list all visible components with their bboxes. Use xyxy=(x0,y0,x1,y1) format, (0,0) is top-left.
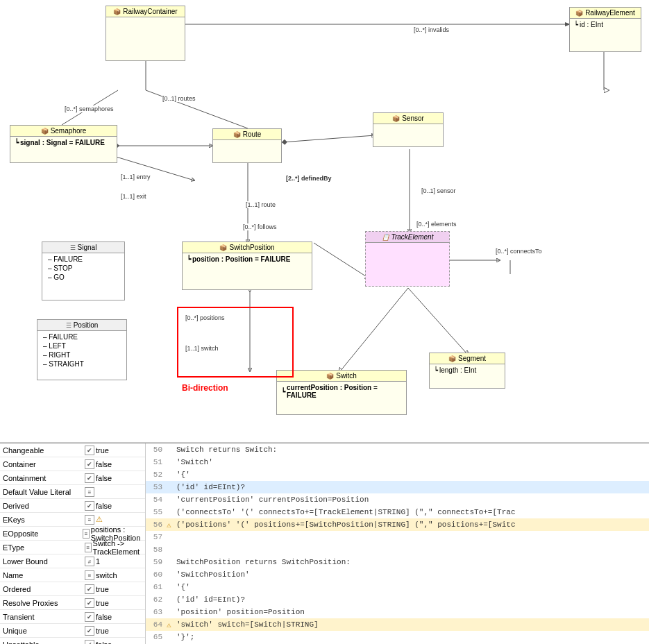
prop-row[interactable]: Derived✔ false xyxy=(0,499,145,513)
prop-row[interactable]: Changeable✔ true xyxy=(0,443,145,457)
code-panel[interactable]: 50Switch returns Switch:51 'Switch'52 '{… xyxy=(146,443,649,644)
prop-value: ≡ ⚠ xyxy=(83,515,145,525)
prop-row[interactable]: Ordered✔ true xyxy=(0,582,145,596)
svg-line-9 xyxy=(340,288,408,371)
diagram-area: 📦 RailwayContainer 📦 RailwayElement ┕ id… xyxy=(0,0,649,443)
prop-row[interactable]: Unique✔ true xyxy=(0,624,145,638)
class-header-semaphore: 📦 Semaphore xyxy=(10,126,117,137)
class-switch-position[interactable]: 📦 SwitchPosition ┕ position : Position =… xyxy=(182,242,312,290)
line-text: ('id' id=EInt)? xyxy=(176,595,245,604)
class-railway-element[interactable]: 📦 RailwayElement ┕ id : EInt xyxy=(569,7,641,52)
code-line[interactable]: 58 xyxy=(146,543,649,556)
code-line[interactable]: 54 'currentPosition' currentPosition=Pos… xyxy=(146,493,649,506)
line-text: 'position' position=Position xyxy=(176,608,305,616)
class-semaphore[interactable]: 📦 Semaphore ┕ signal : Signal = FAILURE xyxy=(10,125,117,163)
line-text: Switch returns Switch: xyxy=(176,446,277,454)
line-text: '{' xyxy=(176,583,190,591)
class-segment[interactable]: 📦 Segment ┕ length : EInt xyxy=(429,353,505,389)
prop-value: ✔ true xyxy=(83,598,145,608)
mult-entry: [1..1] entry xyxy=(121,173,151,180)
class-railway-container[interactable]: 📦 RailwayContainer xyxy=(106,6,185,61)
property-table: Changeable✔ trueContainer✔ falseContainm… xyxy=(0,443,146,644)
mult-switch: [1..1] switch xyxy=(185,345,219,352)
line-number: 64 xyxy=(146,620,167,629)
class-switch[interactable]: 📦 Switch ┕ currentPosition : Position = … xyxy=(276,370,407,415)
class-header-track-element: 📋 TrackElement xyxy=(366,232,449,243)
code-line[interactable]: 53 ('id' id=EInt)? xyxy=(146,481,649,493)
enum-position[interactable]: ☰ Position – FAILURE – LEFT – RIGHT – ST… xyxy=(37,319,127,380)
bi-direction-label: Bi-direction xyxy=(182,383,228,393)
line-text: 'switch' switch=[Switch|STRING] xyxy=(176,620,319,629)
line-warning-icon: ⚠ xyxy=(167,520,176,529)
prop-value: ✔ true xyxy=(83,584,145,594)
prop-row[interactable]: Resolve Proxies✔ true xyxy=(0,596,145,610)
prop-name: EOpposite xyxy=(0,529,81,538)
line-number: 56 xyxy=(146,520,167,529)
prop-name: Lower Bound xyxy=(0,557,83,566)
svg-line-2 xyxy=(146,90,248,128)
prop-value: ✔ false xyxy=(83,640,145,645)
prop-row[interactable]: Transient✔ false xyxy=(0,610,145,624)
class-header-route: 📦 Route xyxy=(213,129,281,140)
line-text: ('connectsTo' '(' connectsTo+=[TrackElem… xyxy=(176,508,515,516)
prop-row[interactable]: Name≡ switch xyxy=(0,568,145,582)
prop-row[interactable]: Lower Bound# 1 xyxy=(0,554,145,568)
line-number: 50 xyxy=(146,446,167,454)
code-line[interactable]: 65 '}'; xyxy=(146,631,649,643)
code-line[interactable]: 59SwitchPosition returns SwitchPosition: xyxy=(146,556,649,568)
prop-name: EType xyxy=(0,543,83,552)
line-number: 55 xyxy=(146,508,167,516)
line-number: 57 xyxy=(146,533,167,541)
code-line[interactable]: 60 'SwitchPosition' xyxy=(146,568,649,581)
mult-connects-to: [0..*] connectsTo xyxy=(496,248,542,255)
code-line[interactable]: 62 ('id' id=EInt)? xyxy=(146,593,649,606)
class-route[interactable]: 📦 Route xyxy=(212,128,282,163)
line-text: '{' xyxy=(176,471,190,479)
svg-line-14 xyxy=(314,243,368,278)
prop-row[interactable]: EType≡ Switch -> TrackElement xyxy=(0,541,145,554)
code-line[interactable]: 57 xyxy=(146,531,649,543)
mult-sensor: [0..1] sensor xyxy=(421,187,456,194)
code-line[interactable]: 52 '{' xyxy=(146,468,649,481)
mult-route: [1..1] route xyxy=(246,201,276,208)
code-line[interactable]: 64⚠ 'switch' switch=[Switch|STRING] xyxy=(146,618,649,631)
code-line[interactable]: 50Switch returns Switch: xyxy=(146,443,649,456)
mult-positions: [0..*] positions xyxy=(185,314,225,321)
prop-value: ≡ xyxy=(83,487,145,497)
line-number: 63 xyxy=(146,608,167,616)
class-track-element[interactable]: 📋 TrackElement xyxy=(365,231,450,287)
prop-row[interactable]: Container✔ false xyxy=(0,457,145,471)
prop-value: ✔ false xyxy=(83,473,145,483)
line-text: ('id' id=EInt)? xyxy=(176,483,245,491)
svg-line-10 xyxy=(408,288,467,354)
prop-name: Container xyxy=(0,460,83,468)
enum-signal[interactable]: ☰ Signal – FAILURE – STOP – GO xyxy=(42,242,125,300)
properties-panel: Changeable✔ trueContainer✔ falseContainm… xyxy=(0,443,649,644)
line-number: 52 xyxy=(146,471,167,479)
prop-row[interactable]: Containment✔ false xyxy=(0,471,145,485)
prop-name: Resolve Proxies xyxy=(0,599,83,607)
prop-name: Name xyxy=(0,571,83,579)
code-line[interactable]: 63 'position' position=Position xyxy=(146,606,649,618)
class-sensor[interactable]: 📦 Sensor xyxy=(373,112,444,147)
line-number: 53 xyxy=(146,483,167,491)
code-line[interactable]: 55 ('connectsTo' '(' connectsTo+=[TrackE… xyxy=(146,506,649,518)
prop-name: Default Value Literal xyxy=(0,488,83,496)
mult-exit: [1..1] exit xyxy=(121,193,146,200)
prop-value: ≡ switch xyxy=(83,570,145,580)
class-header-railway-element: 📦 RailwayElement xyxy=(570,8,641,19)
prop-value: # 1 xyxy=(83,557,145,566)
line-number: 61 xyxy=(146,583,167,591)
class-header-segment: 📦 Segment xyxy=(430,353,505,364)
line-text: 'Switch' xyxy=(176,458,213,466)
code-line[interactable]: 51 'Switch' xyxy=(146,456,649,468)
line-text: ('positions' '(' positions+=[SwitchPosit… xyxy=(176,520,515,529)
code-line[interactable]: 61 '{' xyxy=(146,581,649,593)
prop-row[interactable]: Unsettable✔ false xyxy=(0,638,145,644)
enum-header-signal: ☰ Signal xyxy=(42,242,124,253)
prop-row[interactable]: Default Value Literal≡ xyxy=(0,485,145,499)
code-line[interactable]: 56⚠ ('positions' '(' positions+=[SwitchP… xyxy=(146,518,649,531)
prop-name: Changeable xyxy=(0,446,83,455)
prop-name: Transient xyxy=(0,613,83,621)
line-number: 62 xyxy=(146,595,167,604)
